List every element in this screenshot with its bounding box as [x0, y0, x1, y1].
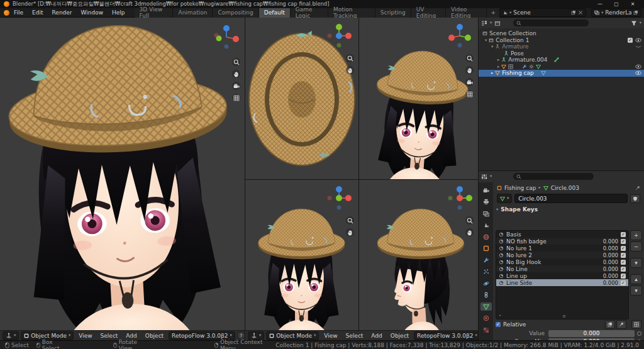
pin-icon[interactable] [635, 186, 640, 191]
render-layer-selector[interactable]: ▾ RenderLayer [591, 8, 641, 17]
shape-key-row[interactable]: No Line 0.000 ✓ [496, 265, 628, 272]
outliner-editor-icon[interactable] [481, 20, 487, 26]
animate-dot-icon[interactable] [637, 331, 641, 336]
remove-shapekey-button[interactable]: − [630, 241, 642, 252]
viewport-main-user[interactable] [0, 18, 245, 330]
shapekey-enable-checkbox[interactable]: ✓ [621, 267, 626, 272]
tab-output-properties[interactable] [480, 198, 492, 206]
eye-icon[interactable] [635, 64, 641, 70]
tab-game-logic[interactable]: Game Logic [291, 8, 328, 18]
zoom-tool-icon[interactable] [465, 54, 474, 62]
outliner-search[interactable] [513, 19, 589, 26]
properties-editor-icon[interactable] [481, 174, 487, 180]
mode-select[interactable]: Object Mode▾ [266, 331, 319, 340]
shapekey-enable-checkbox[interactable]: ✓ [621, 274, 626, 279]
tab-view-layer-properties[interactable] [480, 209, 492, 218]
viewport-top[interactable] [245, 18, 358, 179]
shapekey-enable-checkbox[interactable]: ✓ [621, 246, 626, 251]
menu-object[interactable]: Object [387, 333, 412, 339]
outliner-row-armature-004[interactable]: ▸ Armature.004 [479, 57, 644, 64]
pan-tool-icon[interactable] [465, 228, 474, 236]
relative-checkbox[interactable]: ✓ [496, 322, 501, 327]
tab-motion-tracking[interactable]: Motion Tracking [328, 8, 375, 18]
move-up-button[interactable]: ▴ [630, 274, 642, 284]
exclude-checkbox[interactable]: ✓ [628, 38, 633, 43]
menu-help[interactable]: Help [108, 9, 130, 16]
tab-default[interactable]: Default [259, 8, 291, 18]
eye-icon[interactable] [635, 70, 641, 76]
menu-edit[interactable]: Edit [28, 9, 47, 16]
shapekey-specials-button[interactable]: ▾ [630, 258, 642, 268]
expand-icon[interactable]: ▸ [491, 71, 493, 75]
tab-object-data-properties[interactable] [480, 302, 492, 311]
expand-icon[interactable]: ▸ [497, 58, 499, 62]
zoom-tool-icon[interactable] [346, 54, 354, 62]
pan-tool-icon[interactable] [346, 228, 354, 236]
navigation-gizmo[interactable] [212, 23, 241, 52]
breadcrumb-data[interactable]: Circle.003 [551, 185, 579, 191]
display-mode-icon[interactable] [494, 20, 501, 26]
data-id-dropdown[interactable]: ▾ [497, 194, 512, 203]
tab-constraint-properties[interactable] [480, 291, 492, 299]
navigation-gizmo[interactable] [325, 184, 353, 213]
shapekey-pin-icon[interactable] [616, 320, 626, 329]
tab-modifier-properties[interactable] [480, 256, 492, 264]
shapekey-enable-checkbox[interactable]: ✓ [621, 239, 626, 244]
fake-user-button[interactable] [630, 194, 640, 203]
shapekey-more-icon[interactable] [631, 320, 641, 329]
tab-object-properties[interactable] [480, 245, 492, 253]
move-down-button[interactable]: ▾ [630, 285, 642, 296]
tab-uv-editing[interactable]: UV Editing [411, 8, 446, 18]
outliner-row-armature[interactable]: ▾ Armature [479, 43, 644, 50]
menu-add[interactable]: Add [123, 333, 140, 339]
tab-world-properties[interactable] [480, 233, 492, 241]
expand-icon[interactable]: ▸ [497, 65, 499, 69]
eye-closed-icon[interactable] [635, 43, 641, 50]
shape-key-row[interactable]: NO fish badge 0.000 ✓ [496, 238, 628, 245]
minimize-button[interactable]: — [592, 1, 608, 8]
tab-3d-view-full[interactable]: 3D View Full [135, 8, 174, 18]
shape-key-row[interactable]: Basis ✓ [496, 231, 628, 238]
outliner-row-mesh-object[interactable]: ▸ [479, 64, 644, 70]
tab-material-properties[interactable] [480, 314, 492, 323]
value-slider[interactable]: 0.000 [548, 330, 635, 337]
navigation-gizmo[interactable] [445, 184, 474, 213]
tab-compositing[interactable]: Compositing [213, 8, 258, 18]
pan-tool-icon[interactable] [232, 70, 240, 78]
tab-scene-properties[interactable] [480, 221, 492, 230]
camera-view-icon[interactable] [232, 82, 240, 90]
menu-select[interactable]: Select [343, 333, 367, 339]
outliner-row-fishing-cap[interactable]: ▸ Fishing cap [479, 70, 644, 77]
data-name-field[interactable]: Circle.003 [514, 194, 628, 203]
tab-particle-properties[interactable] [480, 268, 492, 276]
shape-key-row[interactable]: No lure 2 0.000 ✓ [496, 252, 628, 258]
pan-tool-icon[interactable] [465, 66, 474, 74]
pan-tool-icon[interactable] [346, 66, 354, 74]
shape-key-row[interactable]: No Big Hook 0.000 ✓ [496, 258, 628, 265]
blender-menu-icon[interactable] [4, 10, 9, 16]
navigation-gizmo[interactable] [325, 21, 353, 50]
menu-window[interactable]: Window [77, 9, 108, 16]
shape-key-row[interactable]: No lure 1 0.000 ✓ [496, 245, 628, 252]
shapekey-enable-checkbox[interactable]: ✓ [621, 280, 626, 285]
ortho-toggle-icon[interactable] [232, 94, 240, 102]
menu-add[interactable]: Add [368, 333, 385, 339]
filter-icon[interactable] [631, 20, 637, 26]
breadcrumb-object[interactable]: Fishing cap [504, 185, 536, 191]
expand-icon[interactable]: ▾ [491, 45, 493, 49]
tab-animation[interactable]: Animation [173, 8, 213, 18]
viewport-user-quad[interactable] [359, 18, 478, 179]
shapekey-edit-mode-icon[interactable] [605, 320, 615, 329]
menu-file[interactable]: File [9, 9, 28, 16]
zoom-tool-icon[interactable] [465, 216, 474, 224]
menu-render[interactable]: Render [48, 9, 77, 16]
list-resize-grip[interactable]: ≡ [562, 314, 566, 319]
shapekey-enable-checkbox[interactable]: ✓ [621, 260, 626, 265]
shapekey-enable-checkbox[interactable]: ✓ [621, 253, 626, 258]
zoom-tool-icon[interactable] [232, 58, 240, 66]
navigation-gizmo[interactable] [445, 21, 474, 50]
properties-search[interactable] [513, 173, 594, 180]
ortho-toggle-icon[interactable] [465, 90, 474, 98]
menu-select[interactable]: Select [97, 333, 121, 339]
menu-view[interactable]: View [321, 333, 340, 339]
